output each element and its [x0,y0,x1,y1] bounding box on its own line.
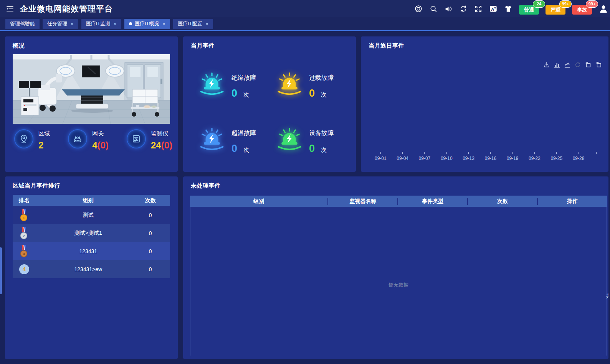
header-toolbar: A 文 普通 24 严重 99+ 事故 99+ [414,3,605,15]
event-insulation-fault: 绝缘故障 0 次 [198,72,276,99]
x-tick-label: 09-13 [463,156,474,161]
data-zoom-icon[interactable] [585,62,591,68]
x-tick-label: 09-22 [529,156,541,161]
event-overtemp-fault: 超温故障 0 次 [198,127,276,155]
tab-medical-it-overview[interactable]: 医疗IT概况 × [124,19,170,29]
x-tick-label: 09-04 [397,156,408,161]
rank-col-header: 排名 [13,197,46,204]
gold-medal-icon: 1 [19,209,29,222]
alarm-beacon-icon [198,72,225,96]
chart-toolbar [544,62,602,68]
rank-row-group: 测试>测试1 [46,230,131,237]
event-unit: 次 [321,147,327,154]
panel-daily-events-chart: 当月逐日事件 [361,36,608,172]
status-badge-severe: 99+ [559,0,572,8]
operating-room-illustration [13,54,170,124]
panel-region-event-rank: 区域当月事件排行 排名 组别 次数 1 测试 0 [5,176,178,359]
bar-chart-icon[interactable] [554,62,560,68]
user-avatar-icon[interactable] [598,4,608,14]
stat-monitor: 监测仪 24(0) [127,129,172,151]
translate-icon[interactable]: A 文 [489,5,498,13]
table-row: 4 123431>ew 0 [13,260,170,278]
rank-row-group: 测试 [46,212,131,219]
refresh-icon[interactable] [459,5,468,13]
monitor-device-icon [127,129,146,148]
fullscreen-icon[interactable] [474,5,483,13]
event-type-col-header: 事件类型 [397,198,467,205]
panel-month-events-title: 当月事件 [183,36,356,49]
count-col-header: 次数 [131,197,170,204]
event-label: 设备故障 [309,129,334,137]
stat-gateway-label: 网关 [92,130,109,137]
event-overload-fault: 过载故障 0 次 [276,72,354,99]
event-device-fault: 设备故障 0 次 [276,127,354,155]
alarm-beacon-icon [198,127,225,151]
stat-region-label: 区域 [38,130,50,137]
reset-icon[interactable] [595,62,602,68]
pending-table: 组别 监视器名称 事件类型 次数 操作 暂无数据 [190,196,607,356]
pending-table-header: 组别 监视器名称 事件类型 次数 操作 [190,196,607,207]
tab-close-icon[interactable]: × [162,21,165,27]
stat-gateway-value: 4 [92,140,97,150]
bronze-medal-icon: 3 [19,245,29,258]
rank-row-count: 0 [131,212,170,218]
tab-close-icon[interactable]: × [113,21,117,27]
silver-medal-icon: 2 [19,227,29,240]
left-scrollbar-thumb[interactable] [0,247,2,294]
rank-table-header: 排名 组别 次数 [13,195,170,206]
x-tick-label: 09-07 [419,156,431,161]
tab-medical-it-monitoring[interactable]: 医疗IT监测 × [81,19,121,29]
rank-row-count: 0 [131,266,170,272]
svg-text:2: 2 [23,234,25,237]
stat-region: 区域 2 [14,129,50,151]
status-button-accident[interactable]: 事故 99+ [572,5,592,15]
status-button-severe[interactable]: 严重 99+ [546,5,565,15]
event-unit: 次 [243,147,249,154]
rank-row-group: 123431 [46,248,131,254]
line-chart-icon[interactable] [564,62,570,68]
tab-label: 医疗IT配置 [178,20,202,27]
tab-label: 任务管理 [47,20,67,27]
status-button-normal-label: 普通 [524,7,534,13]
x-tick-label: 09-25 [550,156,562,161]
alarm-beacon-icon [276,72,303,96]
table-row: 3 123431 0 [13,242,170,260]
theme-icon[interactable] [504,5,512,13]
tab-task-management[interactable]: 任务管理 × [43,19,78,29]
status-button-severe-label: 严重 [550,7,560,13]
tab-bar: 管理驾驶舱 任务管理 × 医疗IT监测 × 医疗IT概况 × 医疗IT配置 × [0,17,610,31]
tab-close-icon[interactable]: × [70,21,74,27]
rank-row-count: 0 [131,230,170,236]
collapse-menu-icon[interactable] [5,4,15,13]
table-row: 1 测试 0 [13,206,170,224]
x-tick-unlabeled [595,152,598,161]
tab-label: 管理驾驶舱 [10,20,35,27]
location-pin-icon [14,129,33,148]
restore-icon[interactable] [575,62,581,68]
event-count: 0 [231,87,237,99]
download-icon[interactable] [544,62,550,68]
group-col-header: 组别 [46,197,131,204]
svg-text:文: 文 [494,6,496,9]
cockpit-icon[interactable] [414,5,423,13]
tab-management-cockpit[interactable]: 管理驾驶舱 [5,19,40,29]
tab-close-icon[interactable]: × [205,21,208,27]
action-col-header: 操作 [537,198,607,205]
tab-medical-it-config[interactable]: 医疗IT配置 × [173,19,213,29]
panel-rank-title: 区域当月事件排行 [5,176,178,189]
rank-row-group: 123431>ew [46,266,131,272]
top-header-bar: 企业微电网能效管理平台 [0,0,610,17]
volume-icon[interactable] [444,5,453,13]
x-tick-label: 09-19 [507,156,519,161]
status-badge-accident: 99+ [586,0,598,8]
event-count: 0 [231,143,237,155]
search-icon[interactable] [429,5,438,13]
status-button-normal[interactable]: 普通 24 [519,5,539,15]
stat-monitor-value: 24 [151,140,161,150]
event-unit: 次 [321,91,327,99]
status-badge-normal: 24 [533,0,545,8]
event-count: 0 [309,143,315,155]
pagination-total-clipped: 共 [606,293,608,300]
panel-month-events: 当月事件 绝缘故障 0 次 [183,36,356,172]
svg-text:1: 1 [23,216,25,219]
